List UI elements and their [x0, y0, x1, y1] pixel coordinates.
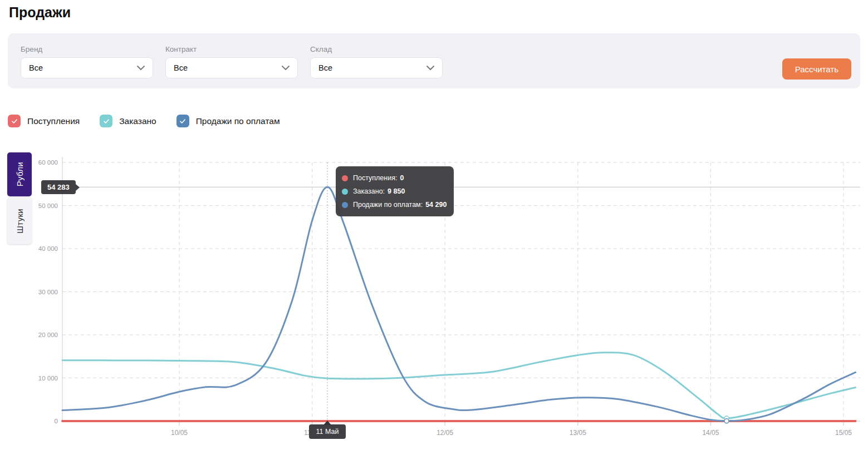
- chart-tooltip: Поступления: 0 Заказано: 9 850 Продажи п…: [336, 166, 454, 216]
- svg-text:14/05: 14/05: [702, 429, 719, 437]
- svg-text:60 000: 60 000: [38, 159, 58, 166]
- sales-chart[interactable]: 60 00050 00040 00030 00020 00010 000010/…: [0, 0, 868, 450]
- tooltip-value: 54 290: [425, 201, 447, 209]
- svg-text:12/05: 12/05: [437, 429, 453, 437]
- tooltip-label: Поступления:: [353, 174, 397, 182]
- svg-text:20 000: 20 000: [38, 332, 58, 338]
- series-dot-teal: [342, 189, 348, 195]
- svg-text:40 000: 40 000: [38, 245, 58, 252]
- tooltip-row: Поступления: 0: [342, 171, 447, 185]
- svg-text:0: 0: [55, 418, 58, 424]
- tooltip-value: 9 850: [388, 187, 405, 195]
- crosshair-x-label: 11 Май: [309, 424, 346, 439]
- tooltip-row: Продажи по оплатам: 54 290: [342, 198, 447, 211]
- svg-text:13/05: 13/05: [570, 429, 586, 437]
- tooltip-row: Заказано: 9 850: [342, 185, 447, 198]
- series-dot-blue: [342, 202, 348, 208]
- sales-page: Продажи Бренд Все Контракт Все Склад: [0, 0, 868, 450]
- svg-text:50 000: 50 000: [38, 202, 58, 209]
- svg-text:15/05: 15/05: [835, 429, 852, 437]
- tooltip-label: Заказано:: [353, 187, 385, 195]
- crosshair-y-label: 54 283: [41, 180, 76, 194]
- tooltip-value: 0: [400, 174, 404, 182]
- svg-text:10 000: 10 000: [38, 375, 58, 382]
- series-dot-red: [342, 175, 348, 181]
- tooltip-label: Продажи по оплатам:: [353, 201, 423, 209]
- svg-text:10/05: 10/05: [171, 429, 188, 437]
- svg-text:30 000: 30 000: [38, 289, 58, 295]
